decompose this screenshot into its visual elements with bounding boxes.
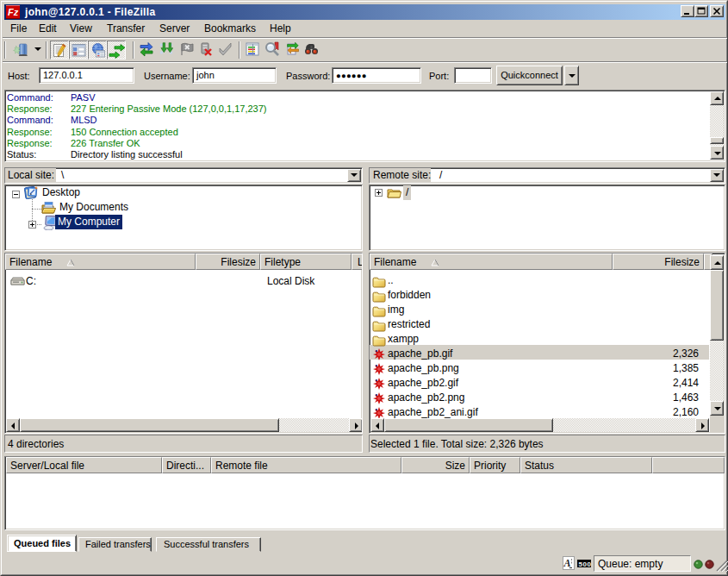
svg-text:Fz: Fz: [8, 7, 19, 17]
svg-text:500: 500: [579, 560, 592, 568]
